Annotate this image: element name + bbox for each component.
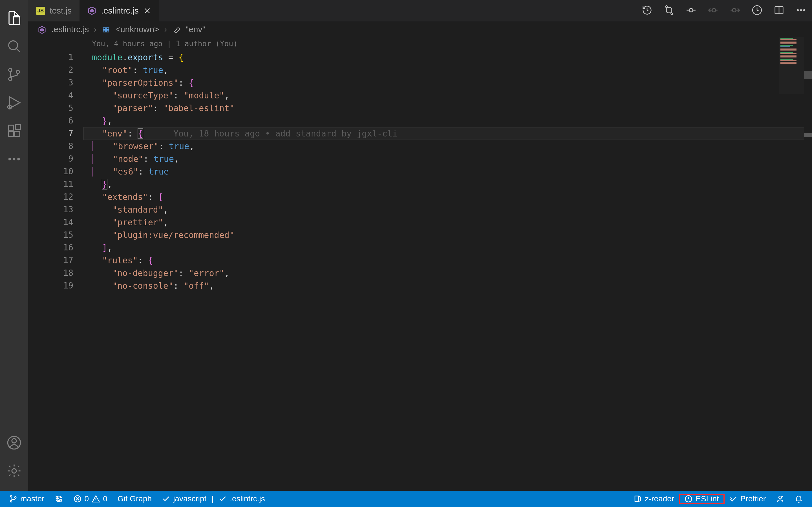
code-line[interactable]: module.exports = { (83, 51, 812, 64)
compare-changes-icon[interactable] (664, 5, 675, 17)
status-sync-icon[interactable] (50, 491, 68, 507)
scrollbar-marker (804, 133, 812, 137)
code-line[interactable]: "env": { You, 18 hours ago • add standar… (83, 127, 812, 140)
accounts-icon[interactable] (0, 429, 28, 457)
svg-point-18 (665, 6, 667, 7)
line-number: 9 (28, 152, 73, 165)
editor-body: 12345678910111213141516171819 You, 4 hou… (28, 37, 812, 491)
line-number: 16 (28, 241, 73, 254)
code-line[interactable]: "plugin:vue/recommended" (83, 229, 812, 241)
code-line[interactable]: "standard", (83, 203, 812, 216)
timeline-icon[interactable] (752, 5, 762, 17)
eslint-file-icon (38, 24, 46, 34)
codelens-author[interactable]: You, 4 hours ago | 1 author (You) (83, 38, 812, 51)
svg-point-3 (9, 77, 12, 80)
code-line[interactable]: }, (83, 178, 812, 190)
scrollbar[interactable] (804, 37, 812, 491)
status-zreader[interactable]: z-reader (629, 494, 679, 503)
svg-point-4 (16, 70, 19, 73)
line-number: 12 (28, 190, 73, 203)
svg-point-11 (13, 158, 15, 160)
code-line[interactable]: "browser": true, (83, 140, 812, 153)
status-feedback-icon[interactable] (771, 495, 790, 503)
code-line[interactable]: "sourceType": "module", (83, 89, 812, 102)
line-number: 19 (28, 279, 73, 292)
code-line[interactable]: "prettier", (83, 216, 812, 229)
minimap[interactable] (779, 37, 804, 94)
symbol-property-icon (172, 24, 181, 34)
tab-test-js[interactable]: JS test.js (28, 0, 79, 21)
symbol-module-icon (102, 24, 110, 34)
split-editor-icon[interactable] (774, 5, 785, 17)
activity-bar-bottom (0, 429, 28, 485)
code-line[interactable]: }, (83, 114, 812, 127)
warning-count: 0 (103, 494, 107, 503)
code-area[interactable]: You, 4 hours ago | 1 author (You) module… (83, 37, 812, 491)
status-prettier[interactable]: Prettier (724, 494, 771, 503)
tab-eslintrc[interactable]: .eslintrc.js (79, 0, 159, 21)
status-problems[interactable]: 0 0 (68, 491, 113, 507)
code-line[interactable]: "no-debugger": "error", (83, 267, 812, 279)
code-line[interactable]: "no-console": "off", (83, 279, 812, 292)
svg-point-14 (12, 439, 16, 443)
svg-rect-6 (8, 125, 13, 130)
next-commit-icon[interactable] (730, 5, 740, 17)
svg-rect-7 (8, 131, 13, 136)
commit-icon[interactable] (686, 5, 696, 17)
code-line[interactable]: ], (83, 241, 812, 254)
close-tab-icon[interactable] (143, 7, 151, 15)
gutter: 12345678910111213141516171819 (28, 37, 83, 491)
svg-point-36 (15, 497, 16, 498)
run-debug-icon[interactable] (0, 89, 28, 117)
svg-point-25 (797, 9, 799, 11)
settings-gear-icon[interactable] (0, 457, 28, 485)
tab-label: test.js (50, 6, 72, 15)
svg-rect-33 (107, 30, 109, 32)
svg-point-12 (17, 158, 20, 160)
svg-marker-29 (40, 28, 44, 32)
breadcrumb[interactable]: .eslintrc.js › <unknown> › "env" (28, 21, 812, 37)
svg-point-15 (12, 469, 16, 473)
svg-point-20 (689, 8, 693, 12)
editor-main: JS test.js .eslintrc.js .eslintrc.js › (28, 0, 812, 491)
status-eslint[interactable]: ESLint (679, 494, 724, 503)
line-number: 8 (28, 139, 73, 152)
status-branch[interactable]: master (4, 491, 50, 507)
code-line[interactable]: "parserOptions": { (83, 76, 812, 89)
status-git-graph[interactable]: Git Graph (113, 491, 157, 507)
js-file-icon: JS (36, 6, 45, 15)
explorer-icon[interactable] (0, 4, 28, 32)
svg-point-39 (779, 496, 781, 499)
scrollbar-thumb[interactable] (804, 71, 812, 79)
more-actions-icon[interactable] (796, 5, 806, 17)
svg-marker-17 (90, 9, 94, 12)
source-control-icon[interactable] (0, 60, 28, 89)
status-bell-icon[interactable] (790, 495, 808, 503)
history-icon[interactable] (642, 5, 652, 17)
prev-commit-icon[interactable] (708, 5, 718, 17)
line-number: 11 (28, 178, 73, 190)
status-language[interactable]: javascript | .eslintrc.js (157, 491, 270, 507)
code-line[interactable]: "es6": true (83, 165, 812, 178)
svg-point-10 (8, 158, 11, 160)
svg-point-27 (803, 9, 805, 11)
code-line[interactable]: "node": true, (83, 153, 812, 165)
svg-rect-8 (15, 131, 20, 136)
line-number: 18 (28, 267, 73, 279)
code-line[interactable]: "rules": { (83, 254, 812, 267)
error-count: 0 (84, 494, 89, 503)
git-blame-inline: You, 18 hours ago • add standard by jgxl… (173, 128, 398, 138)
line-number: 3 (28, 76, 73, 89)
code-line[interactable]: "root": true, (83, 64, 812, 76)
extensions-icon[interactable] (0, 117, 28, 145)
editor-tabs: JS test.js .eslintrc.js (28, 0, 812, 21)
line-number: 6 (28, 114, 73, 127)
code-line[interactable]: "parser": "babel-eslint" (83, 102, 812, 114)
activity-bar (0, 0, 28, 491)
breadcrumb-symbol: "env" (186, 24, 206, 34)
code-line[interactable]: "extends": [ (83, 190, 812, 203)
svg-point-34 (10, 496, 12, 497)
search-icon[interactable] (0, 32, 28, 60)
svg-point-2 (9, 68, 12, 72)
more-icon[interactable] (0, 145, 28, 173)
